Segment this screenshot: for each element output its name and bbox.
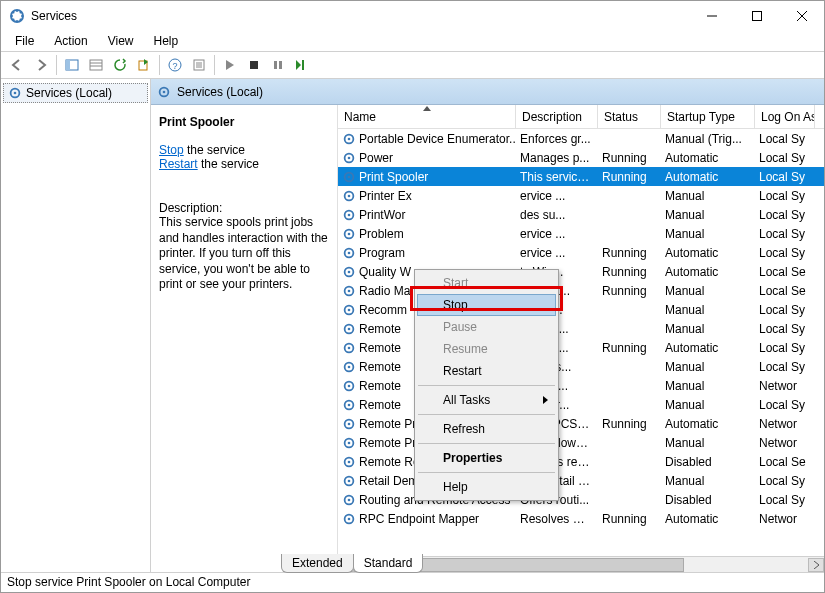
right-header-label: Services (Local): [177, 85, 263, 99]
svg-rect-12: [302, 60, 304, 70]
cell-logon: Local Sy: [755, 188, 815, 204]
close-button[interactable]: [779, 1, 824, 31]
service-row[interactable]: Remote es a co...ManualLocal Sy: [338, 319, 824, 338]
svg-point-50: [348, 441, 351, 444]
cell-logon: Local Sy: [755, 226, 815, 242]
service-row[interactable]: Portable Device Enumerator...Enforces gr…: [338, 129, 824, 148]
export-button[interactable]: [132, 54, 156, 76]
service-row[interactable]: Print SpoolerThis service ...RunningAuto…: [338, 167, 824, 186]
service-row[interactable]: Quality Wty Win...RunningAutomaticLocal …: [338, 262, 824, 281]
cell-status: [598, 138, 661, 140]
properties-icon: [192, 58, 206, 72]
svg-rect-9: [250, 61, 258, 69]
service-row[interactable]: Problemervice ...ManualLocal Sy: [338, 224, 824, 243]
context-separator: [418, 414, 555, 415]
cell-description: ervice ...: [516, 226, 598, 242]
pause-service-button[interactable]: [266, 54, 290, 76]
column-header-name[interactable]: Name: [338, 105, 516, 128]
svg-point-20: [348, 156, 351, 159]
play-icon: [225, 60, 235, 70]
start-service-button[interactable]: [218, 54, 242, 76]
column-header-startup[interactable]: Startup Type: [661, 105, 755, 128]
svg-point-46: [348, 403, 351, 406]
body-area: Services (Local) Services (Local) Print …: [1, 79, 824, 572]
cell-status: [598, 442, 661, 444]
service-row[interactable]: PowerManages p...RunningAutomaticLocal S…: [338, 148, 824, 167]
stop-service-line: Stop the service: [159, 143, 329, 157]
service-row[interactable]: Remote Procedure Call (RP...In Windows..…: [338, 433, 824, 452]
restart-service-line: Restart the service: [159, 157, 329, 171]
context-start[interactable]: Start: [417, 272, 556, 294]
refresh-icon: [113, 58, 127, 72]
svg-point-48: [348, 422, 351, 425]
stop-suffix: the service: [184, 143, 245, 157]
context-restart[interactable]: Restart: [417, 360, 556, 382]
cell-startup: Disabled: [661, 492, 755, 508]
list-rows: Portable Device Enumerator...Enforces gr…: [338, 129, 824, 556]
tree-item-services-local[interactable]: Services (Local): [3, 83, 148, 103]
cell-startup: Automatic: [661, 340, 755, 356]
service-row[interactable]: RPC Endpoint MapperResolves RP...Running…: [338, 509, 824, 528]
service-row[interactable]: Printer Exervice ...ManualLocal Sy: [338, 186, 824, 205]
maximize-button[interactable]: [734, 1, 779, 31]
service-row[interactable]: Remote es the r...ManualLocal Sy: [338, 395, 824, 414]
show-hide-tree-button[interactable]: [60, 54, 84, 76]
service-row[interactable]: Remote vs user...ManualNetwor: [338, 376, 824, 395]
minimize-button[interactable]: [689, 1, 734, 31]
menu-help[interactable]: Help: [144, 32, 189, 50]
back-button[interactable]: [5, 54, 29, 76]
context-help[interactable]: Help: [417, 476, 556, 498]
title-bar: Services: [1, 1, 824, 31]
column-header-description[interactable]: Description: [516, 105, 598, 128]
service-row[interactable]: PrintWordes su...ManualLocal Sy: [338, 205, 824, 224]
svg-point-26: [348, 213, 351, 216]
maximize-icon: [752, 11, 762, 21]
properties-button[interactable]: [187, 54, 211, 76]
service-row[interactable]: Recommes aut...ManualLocal Sy: [338, 300, 824, 319]
context-resume[interactable]: Resume: [417, 338, 556, 360]
column-header-status[interactable]: Status: [598, 105, 661, 128]
service-row[interactable]: Programervice ...RunningAutomaticLocal S…: [338, 243, 824, 262]
tab-standard[interactable]: Standard: [353, 554, 424, 573]
service-row[interactable]: Remote RegistryEnables rem...DisabledLoc…: [338, 452, 824, 471]
column-header-logon[interactable]: Log On As: [755, 105, 815, 128]
service-row[interactable]: Retail Demo ServiceThe Retail D...Manual…: [338, 471, 824, 490]
list-pane: Name Description Status Startup Type Log…: [337, 105, 824, 572]
tab-extended[interactable]: Extended: [281, 554, 354, 573]
scroll-right-button[interactable]: [808, 558, 824, 572]
menu-action[interactable]: Action: [44, 32, 97, 50]
service-row[interactable]: Routing and Remote AccessOffers routi...…: [338, 490, 824, 509]
context-menu: Start Stop Pause Resume Restart All Task…: [414, 269, 559, 501]
cell-status: [598, 366, 661, 368]
pause-icon: [273, 60, 283, 70]
cell-status: Running: [598, 416, 661, 432]
stop-link[interactable]: Stop: [159, 143, 184, 157]
list-button[interactable]: [84, 54, 108, 76]
forward-button[interactable]: [29, 54, 53, 76]
service-row[interactable]: Remote ages di...RunningAutomaticLocal S…: [338, 338, 824, 357]
cell-description: des su...: [516, 207, 598, 223]
restart-service-button[interactable]: [290, 54, 314, 76]
refresh-button[interactable]: [108, 54, 132, 76]
svg-point-22: [348, 175, 351, 178]
tree-pane: Services (Local): [1, 79, 151, 572]
context-refresh[interactable]: Refresh: [417, 418, 556, 440]
service-row[interactable]: Radio Mae Mana...RunningManualLocal Se: [338, 281, 824, 300]
list-icon: [89, 58, 103, 72]
service-row[interactable]: Remote Procedure Call (RPC)The RPCSS s..…: [338, 414, 824, 433]
service-row[interactable]: Remote ote Des...ManualLocal Sy: [338, 357, 824, 376]
context-properties[interactable]: Properties: [417, 447, 556, 469]
context-stop[interactable]: Stop: [417, 294, 556, 316]
menu-view[interactable]: View: [98, 32, 144, 50]
cell-status: Running: [598, 264, 661, 280]
cell-status: Running: [598, 340, 661, 356]
menu-file[interactable]: File: [5, 32, 44, 50]
context-pause[interactable]: Pause: [417, 316, 556, 338]
help-button[interactable]: ?: [163, 54, 187, 76]
svg-point-40: [348, 346, 351, 349]
stop-service-button[interactable]: [242, 54, 266, 76]
cell-startup: Automatic: [661, 511, 755, 527]
restart-link[interactable]: Restart: [159, 157, 198, 171]
svg-point-30: [348, 251, 351, 254]
context-all-tasks[interactable]: All Tasks: [417, 389, 556, 411]
